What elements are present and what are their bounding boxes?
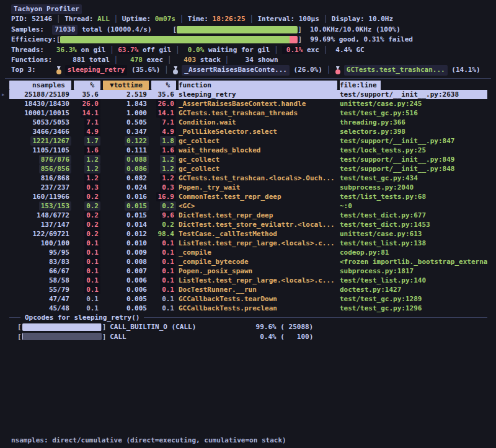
table-row[interactable]: 47/47 0.1 0.005 0.1 GCCallbackTests.tear… bbox=[9, 294, 487, 304]
footer-help: nsamples: direct/cumulative (direct=exec… bbox=[11, 413, 286, 448]
cell-nsamples: 55/79 bbox=[9, 285, 71, 294]
samples-bar-open-bracket: [ bbox=[173, 25, 177, 35]
table-row[interactable]: 1221/1267 1.7 0.122 1.8 gc_collect test/… bbox=[9, 136, 487, 146]
table-row[interactable]: 100/100 0.1 0.010 0.1 ListTest.test_repr… bbox=[9, 239, 487, 248]
table-row[interactable]: 137/147 0.2 0.014 0.2 DictTest.test_stor… bbox=[9, 220, 487, 229]
opcode-bar-close-bracket: ] bbox=[102, 333, 107, 341]
cell-cumulative-percent: 4.9 bbox=[151, 127, 176, 136]
cell-function: DictTest.test_store_evilattr.<local... bbox=[179, 220, 337, 229]
column-header-cumulative-percent[interactable]: % bbox=[151, 81, 176, 90]
cell-tottime: 1.843 bbox=[103, 99, 149, 108]
table-row[interactable]: 122/69721 0.2 0.012 98.4 TestCase._callT… bbox=[9, 229, 487, 239]
table-row[interactable]: 5053/5053 7.1 0.505 7.1 Condition.wait t… bbox=[9, 118, 487, 127]
column-header-nsamples[interactable]: nsamples bbox=[9, 81, 71, 90]
column-header-function[interactable]: function bbox=[179, 81, 337, 90]
cell-function: DocTestRunner.__run bbox=[179, 285, 337, 294]
column-header-file-line[interactable]: file:line bbox=[340, 81, 487, 90]
cell-cumulative-percent: 0.1 bbox=[151, 294, 176, 304]
opcode-row: [] CALL_BUILTIN_O (CALL) 99.6% ( 25088) bbox=[9, 322, 487, 332]
cell-file-line: test/test_list.py:140 bbox=[340, 276, 487, 285]
table-row[interactable]: 148/6772 0.2 0.015 9.6 DictTest.test_rep… bbox=[9, 211, 487, 220]
table-row[interactable]: 55/79 0.1 0.006 0.1 DocTestRunner.__run … bbox=[9, 285, 487, 294]
table-row[interactable]: 153/153 0.2 0.015 0.2 <GC> ~:0 bbox=[9, 201, 487, 211]
table-row[interactable]: 856/856 1.2 0.086 1.2 gc_collect test/su… bbox=[9, 164, 487, 173]
table-row[interactable]: 10001/10015 14.1 1.000 14.1 GCTests.test… bbox=[9, 108, 487, 118]
cell-tottime: 0.122 bbox=[103, 136, 149, 146]
table-row[interactable]: 66/67 0.1 0.007 0.1 Popen._posix_spawn s… bbox=[9, 266, 487, 276]
threads-segment-value: 4.4% bbox=[332, 46, 352, 54]
opcode-bar-fill bbox=[22, 333, 23, 340]
cell-function: CommonTest.test_repr_deep bbox=[179, 192, 337, 201]
tachyon-profiler-terminal: Tachyon Profiler PID: 52146 Thread: ALL … bbox=[0, 0, 496, 448]
functions-segment-value: 403 bbox=[175, 56, 196, 64]
cell-tottime: 0.010 bbox=[103, 239, 149, 248]
cell-function: _AssertRaisesBaseContext.handle bbox=[179, 99, 337, 108]
threads-segment: 0.0% waiting for gil bbox=[171, 45, 270, 55]
table-row[interactable]: 816/868 1.2 0.082 1.2 GCTests.test_trash… bbox=[9, 173, 487, 183]
cell-file-line: test/test_gc.py:1289 bbox=[340, 294, 487, 304]
cell-cumulative-percent: 98.4 bbox=[151, 229, 176, 239]
cell-cumulative-percent: 14.1 bbox=[151, 108, 176, 118]
functions-segment: 881 total bbox=[52, 55, 110, 65]
table-row[interactable]: 237/237 0.3 0.024 0.3 Popen._try_wait su… bbox=[9, 183, 487, 192]
cell-function: sleeping_retry bbox=[179, 90, 337, 99]
functions-table: nsamples % ▼tottime % function file:line… bbox=[9, 81, 487, 313]
medal-icon bbox=[56, 66, 62, 74]
cell-nsamples: 10001/10015 bbox=[9, 108, 71, 118]
cell-nsamples: 3466/3466 bbox=[9, 127, 71, 136]
cell-function: <GC> bbox=[179, 201, 337, 211]
header-panel: Tachyon Profiler PID: 52146 Thread: ALL … bbox=[11, 4, 487, 76]
opcode-bar-fill bbox=[22, 323, 101, 331]
cell-nsamples: 122/69721 bbox=[9, 229, 71, 239]
table-row[interactable]: 876/876 1.2 0.088 1.2 gc_collect test/su… bbox=[9, 155, 487, 164]
table-row[interactable]: 83/83 0.1 0.008 0.1 _compile_bytecode <f… bbox=[9, 257, 487, 266]
cell-file-line: threading.py:366 bbox=[340, 118, 487, 127]
column-header-percent[interactable]: % bbox=[74, 81, 100, 90]
status-item: Display: 10.0Hz bbox=[319, 14, 393, 24]
cell-function: _PollLikeSelector.select bbox=[179, 127, 337, 136]
functions-segments: 881 total 478 exec 403 stack 34 shown bbox=[52, 55, 278, 65]
cell-file-line: subprocess.py:2040 bbox=[340, 183, 487, 192]
threads-segment: 4.4% GC bbox=[319, 45, 365, 55]
cell-cumulative-percent: 1.2 bbox=[151, 164, 176, 173]
top3-entry: GCTests.test_trashcan... (14.1%) bbox=[322, 65, 480, 75]
table-row[interactable]: 160/11966 0.2 0.016 16.9 CommonTest.test… bbox=[9, 192, 487, 201]
cell-file-line: test/list_tests.py:68 bbox=[340, 192, 487, 201]
title-line: Tachyon Profiler bbox=[11, 4, 487, 14]
cell-nsamples: 137/147 bbox=[9, 220, 71, 229]
cell-function: GCTests.test_trashcan_threads bbox=[179, 108, 337, 118]
column-header-tottime-sorted[interactable]: ▼tottime bbox=[103, 81, 149, 90]
cell-function: gc_collect bbox=[179, 136, 337, 146]
cell-tottime: 0.006 bbox=[103, 285, 149, 294]
cell-tottime: 0.009 bbox=[103, 248, 149, 257]
cell-file-line: test/support/__init__.py:847 bbox=[340, 136, 487, 146]
cell-file-line: test/support/__init__.py:849 bbox=[340, 155, 487, 164]
cell-percent: 0.2 bbox=[74, 229, 100, 239]
table-row[interactable]: 18430/18430 26.0 1.843 26.0 _AssertRaise… bbox=[9, 99, 487, 108]
threads-segment-label: exc bbox=[303, 46, 319, 54]
cell-tottime: 0.006 bbox=[103, 276, 149, 285]
top3-line: Top 3: sleeping_retry (35.6%) _AssertRai… bbox=[11, 65, 487, 75]
cell-percent: 1.2 bbox=[74, 164, 100, 173]
status-label: Display: bbox=[332, 15, 369, 23]
table-row[interactable]: 58/58 0.1 0.006 0.1 ListTest.test_repr_l… bbox=[9, 276, 487, 285]
status-value: 18:26:25 bbox=[213, 15, 246, 23]
cell-function: Popen._try_wait bbox=[179, 183, 337, 192]
efficiency-text: 99.69% good, 0.31% failed bbox=[302, 35, 413, 45]
table-row[interactable]: 1105/1105 1.6 0.111 1.6 wait_threads_blo… bbox=[9, 146, 487, 155]
cell-nsamples: 58/58 bbox=[9, 276, 71, 285]
cell-file-line: ~:0 bbox=[340, 201, 487, 211]
table-row[interactable]: 25188/25189 35.6 2.519 35.6 sleeping_ret… bbox=[9, 90, 487, 99]
cell-cumulative-percent: 7.1 bbox=[151, 118, 176, 127]
efficiency-bar-close-bracket: ] bbox=[298, 35, 302, 45]
table-header-row: nsamples % ▼tottime % function file:line bbox=[9, 81, 487, 90]
cell-nsamples: 47/47 bbox=[9, 294, 71, 304]
table-row[interactable]: 3466/3466 4.9 0.347 4.9 _PollLikeSelecto… bbox=[9, 127, 487, 136]
cell-function: GCTests.test_trashcan.<locals>.Ouch... bbox=[179, 173, 337, 183]
functions-segment-label: stack bbox=[196, 56, 221, 64]
table-row[interactable]: 95/95 0.1 0.009 0.1 _compile codeop.py:8… bbox=[9, 248, 487, 257]
cell-cumulative-percent: 0.2 bbox=[151, 220, 176, 229]
cell-tottime: 0.008 bbox=[103, 257, 149, 266]
cell-percent: 0.2 bbox=[74, 201, 100, 211]
table-row[interactable]: 45/48 0.1 0.005 0.1 GCCallbackTests.prec… bbox=[9, 304, 487, 313]
